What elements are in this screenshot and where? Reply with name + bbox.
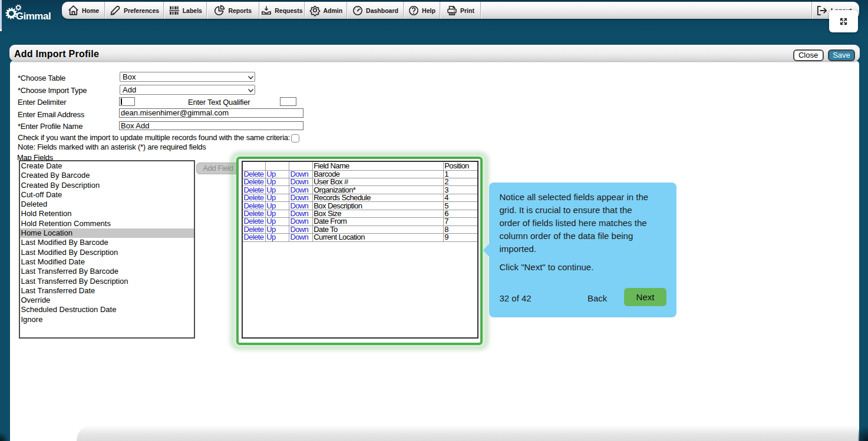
svg-text:Gimmal: Gimmal — [16, 11, 51, 22]
